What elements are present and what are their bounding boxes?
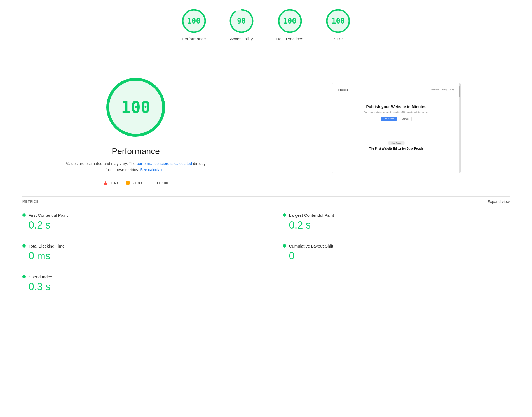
performance-title: Performance: [112, 146, 160, 156]
left-panel: 100 Performance Values are estimated and…: [22, 60, 249, 185]
metric-cls: Cumulative Layout Shift 0: [266, 237, 510, 268]
mock-hero-subtitle: We are on a mission to make the creation…: [341, 111, 451, 113]
website-screenshot: Fastsite Features Pricing Blog Publish y…: [332, 83, 461, 173]
desc-part1: Values are estimated and may vary. The: [66, 161, 136, 166]
mock-hero: Publish your Website in Minutes We are o…: [336, 96, 457, 131]
score-circle-seo: 100: [325, 8, 351, 34]
metric-cls-name: Cumulative Layout Shift: [289, 244, 333, 248]
perf-description: Values are estimated and may vary. The p…: [66, 160, 206, 173]
legend-item-orange: 50–89: [126, 181, 142, 185]
green-dot-icon: [150, 181, 154, 185]
legend-label-green: 90–100: [156, 181, 168, 185]
metric-lcp: Largest Contentful Paint 0.2 s: [266, 207, 510, 237]
legend-item-red: 0–49: [104, 181, 118, 185]
legend-label-orange: 50–89: [132, 181, 142, 185]
mock-cta-pill: Start Today: [388, 141, 404, 145]
mock-second-title: The First Website Editor for Busy People: [341, 147, 451, 150]
score-number-accessibility: 90: [237, 17, 246, 25]
metrics-grid: First Contentful Paint 0.2 s Largest Con…: [22, 207, 510, 299]
metric-tbt-dot: [22, 244, 26, 248]
mock-nav-links: Features Pricing Blog: [431, 89, 454, 91]
mock-buttons: Get Started Star Us: [341, 117, 451, 121]
metric-tbt-name: Total Blocking Time: [29, 244, 65, 248]
score-circle-performance: 100: [181, 8, 207, 34]
mock-nav-features: Features: [431, 89, 439, 91]
vertical-divider: [266, 76, 266, 168]
orange-square-icon: [126, 181, 130, 185]
score-circle-best-practices: 100: [277, 8, 303, 34]
metric-cls-value: 0: [283, 250, 504, 262]
big-gauge: 100: [105, 76, 167, 138]
metric-si-value: 0.3 s: [22, 281, 249, 293]
expand-view-button[interactable]: Expand view: [488, 199, 510, 204]
mock-hero-title: Publish your Website in Minutes: [341, 104, 451, 109]
metric-lcp-value: 0.2 s: [283, 219, 504, 231]
mock-divider: [341, 134, 451, 134]
mock-nav-pricing: Pricing: [442, 89, 447, 91]
score-number-performance: 100: [187, 17, 200, 25]
mock-second-section: Start Today The First Website Editor for…: [336, 137, 457, 153]
score-label-performance: Performance: [182, 36, 206, 41]
metrics-title: METRICS: [22, 200, 39, 204]
metric-fcp: First Contentful Paint 0.2 s: [22, 207, 266, 237]
metric-fcp-name: First Contentful Paint: [29, 213, 68, 218]
score-bar: 100 Performance 90 Accessibility: [0, 0, 532, 48]
red-triangle-icon: [104, 181, 107, 185]
metric-lcp-name-row: Largest Contentful Paint: [283, 213, 504, 218]
mock-brand: Fastsite: [338, 88, 348, 91]
metric-tbt: Total Blocking Time 0 ms: [22, 237, 266, 268]
metric-cls-name-row: Cumulative Layout Shift: [283, 244, 504, 248]
score-item-seo: 100 SEO: [325, 8, 351, 41]
mock-nav-blog: Blog: [450, 89, 454, 91]
score-circle-accessibility: 90: [229, 8, 254, 34]
metric-si: Speed Index 0.3 s: [22, 268, 266, 299]
mock-get-started-btn: Get Started: [381, 117, 397, 121]
score-item-best-practices: 100 Best Practices: [276, 8, 303, 41]
score-label-best-practices: Best Practices: [276, 36, 303, 41]
perf-score-link[interactable]: performance score is calculated: [137, 161, 192, 166]
metric-si-dot: [22, 275, 26, 278]
mock-scrollbar: [459, 83, 460, 173]
metric-si-name-row: Speed Index: [22, 274, 249, 279]
legend-label-red: 0–49: [110, 181, 118, 185]
right-panel: Fastsite Features Pricing Blog Publish y…: [283, 60, 510, 185]
mock-scrollbar-thumb: [459, 86, 460, 97]
metric-tbt-name-row: Total Blocking Time: [22, 244, 249, 248]
score-item-performance: 100 Performance: [181, 8, 207, 41]
metric-tbt-value: 0 ms: [22, 250, 249, 262]
screenshot-inner: Fastsite Features Pricing Blog Publish y…: [332, 83, 460, 173]
metrics-header: METRICS Expand view: [22, 196, 510, 207]
calculator-link[interactable]: See calculator.: [140, 167, 166, 172]
metric-lcp-dot: [283, 213, 286, 217]
metrics-section: METRICS Expand view First Contentful Pai…: [0, 196, 532, 299]
score-number-seo: 100: [332, 17, 345, 25]
metric-lcp-name: Largest Contentful Paint: [289, 213, 334, 218]
metric-fcp-dot: [22, 213, 26, 217]
score-label-accessibility: Accessibility: [230, 36, 253, 41]
big-score-value: 100: [121, 98, 151, 117]
main-content: 100 Performance Values are estimated and…: [0, 48, 532, 196]
mock-nav: Fastsite Features Pricing Blog: [336, 87, 457, 93]
score-label-seo: SEO: [334, 36, 343, 41]
metric-si-name: Speed Index: [29, 274, 52, 279]
score-number-best-practices: 100: [283, 17, 296, 25]
legend: 0–49 50–89 90–100: [104, 181, 168, 185]
mock-star-btn: Star Us: [399, 117, 411, 121]
metric-fcp-value: 0.2 s: [22, 219, 249, 231]
metric-fcp-name-row: First Contentful Paint: [22, 213, 249, 218]
legend-item-green: 90–100: [150, 181, 168, 185]
score-item-accessibility: 90 Accessibility: [229, 8, 254, 41]
metric-cls-dot: [283, 244, 286, 248]
